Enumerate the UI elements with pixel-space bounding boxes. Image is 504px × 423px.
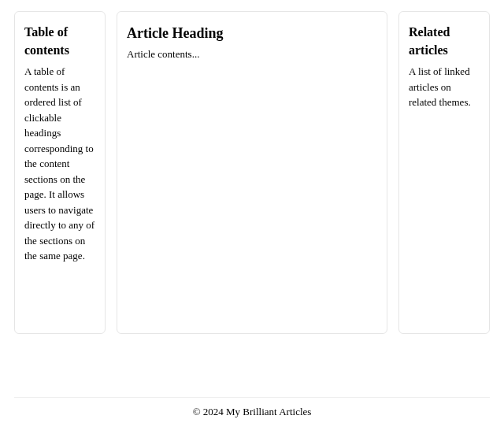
footer-text: © 2024 My Brilliant Articles — [193, 406, 312, 417]
article-heading: Article Heading — [127, 23, 377, 43]
article-body: Article contents... — [127, 46, 377, 62]
table-of-contents-panel: Table of contents A table of contents is… — [14, 11, 106, 334]
toc-heading: Table of contents — [24, 23, 95, 59]
related-description: A list of linked articles on related the… — [409, 64, 480, 110]
related-heading: Related articles — [409, 23, 480, 59]
toc-description: A table of contents is an ordered list o… — [24, 64, 95, 264]
article-panel: Article Heading Article contents... — [117, 11, 387, 334]
page-footer: © 2024 My Brilliant Articles — [14, 397, 490, 418]
related-articles-panel: Related articles A list of linked articl… — [398, 11, 490, 334]
page-layout: Table of contents A table of contents is… — [0, 0, 504, 345]
